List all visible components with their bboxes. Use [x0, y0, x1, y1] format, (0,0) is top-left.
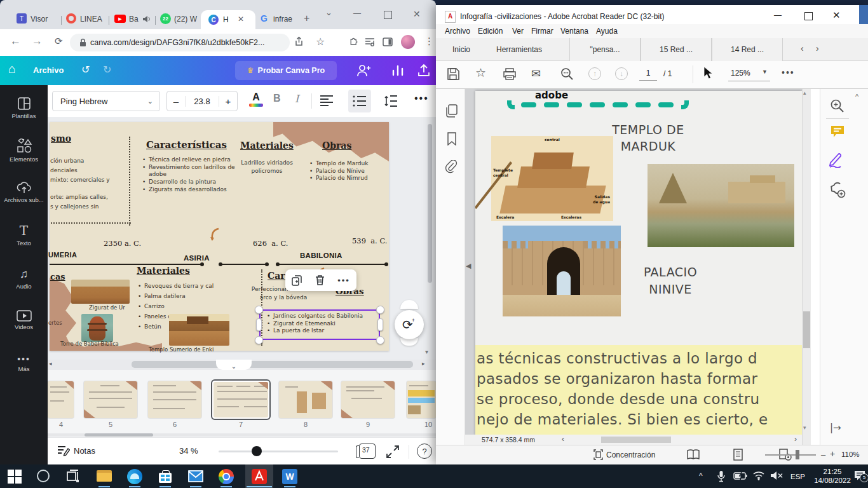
bookmark-star-icon[interactable]: ☆	[316, 36, 325, 48]
new-tab-button[interactable]: +	[304, 13, 309, 24]
menu-ayuda[interactable]: Ayuda	[596, 27, 618, 36]
word-button[interactable]: W	[282, 469, 297, 484]
scroll-down-icon[interactable]: ▾	[425, 348, 428, 355]
pro-button[interactable]: ♛ Probar Canva Pro	[235, 61, 337, 80]
clock[interactable]: 21:25 14/08/2022	[813, 467, 851, 485]
page-number[interactable]: 6	[163, 421, 186, 428]
scroll-right-icon[interactable]: ▸	[422, 360, 425, 367]
menu-archivo[interactable]: Archivo	[445, 27, 470, 36]
volume-muted-icon[interactable]	[770, 471, 784, 480]
horizontal-scroll-thumb[interactable]	[132, 361, 413, 368]
zoom-search-icon[interactable]	[560, 67, 574, 81]
redo-icon[interactable]: ↻	[103, 64, 111, 76]
attachments-icon[interactable]	[445, 160, 459, 175]
lock-icon[interactable]	[79, 38, 86, 47]
chrome-close-button[interactable]: ✕	[413, 9, 421, 19]
edge-button[interactable]	[127, 469, 142, 484]
print-icon[interactable]	[503, 68, 516, 80]
page-number[interactable]: 8	[294, 421, 317, 428]
microphone-icon[interactable]	[717, 470, 726, 482]
upload-icon[interactable]	[417, 63, 431, 78]
sidebar-item-elementos[interactable]: Elementos	[0, 139, 48, 163]
url-text[interactable]: canva.com/design/DAFG3ni7fK8/u2dbkfe50kF…	[90, 38, 285, 47]
zoom-out-icon[interactable]: –	[821, 450, 825, 459]
page-up-icon[interactable]: ↑	[588, 67, 601, 80]
tab-audio-icon[interactable]	[142, 15, 151, 23]
tray-expand-icon[interactable]: ^	[699, 471, 703, 480]
sidebar-item-plantillas[interactable]: Plantillas	[0, 97, 48, 119]
align-icon[interactable]	[320, 95, 334, 107]
bullet-list-icon[interactable]	[353, 95, 367, 107]
two-page-view-icon[interactable]	[686, 449, 700, 460]
selection-handle-sw[interactable]	[255, 336, 263, 344]
home-icon[interactable]: ⌂	[8, 62, 16, 76]
email-icon[interactable]: ✉	[531, 67, 541, 81]
duplicate-icon[interactable]	[292, 275, 302, 286]
tab-document-2[interactable]: 15 Red ...	[641, 38, 712, 61]
selection-handle-e[interactable]	[377, 318, 383, 331]
selection-handle-se[interactable]	[376, 336, 384, 344]
tab-google[interactable]: infrae	[273, 15, 297, 24]
fullscreen-icon[interactable]	[386, 445, 400, 459]
page-down-icon[interactable]: ↓	[615, 67, 628, 80]
page-thumb-10[interactable]	[407, 381, 436, 418]
pdf-hscroll-thumb[interactable]	[601, 437, 671, 443]
zoom-level-control[interactable]: 125% ▼	[728, 65, 770, 81]
cortana-button[interactable]	[37, 470, 50, 482]
page-thumb-8[interactable]	[279, 381, 332, 418]
menu-ver[interactable]: Ver	[512, 27, 524, 36]
chrome-menu-kebab-icon[interactable]: ⋮	[424, 36, 434, 47]
help-button[interactable]: ?	[417, 444, 432, 459]
page-thumb-5[interactable]	[84, 381, 137, 418]
notes-label[interactable]: Notas	[74, 446, 95, 456]
toolbar-more-icon[interactable]: •••	[782, 67, 795, 78]
reload-icon[interactable]: ⟳	[55, 36, 63, 47]
hscroll-right-icon[interactable]: ›	[794, 435, 797, 444]
sidebar-item-mas[interactable]: ••• Más	[0, 355, 48, 372]
thumbs-scroll-thumb[interactable]	[85, 433, 153, 437]
canvas-vertical-scrollbar[interactable]	[428, 124, 432, 283]
hscroll-left-icon[interactable]: ‹	[562, 435, 564, 444]
more-options-icon[interactable]: •••	[414, 93, 429, 104]
export-pane-icon[interactable]: |→	[830, 422, 841, 433]
menu-edicion[interactable]: Edición	[478, 27, 503, 36]
page-thumbnails-icon[interactable]	[445, 104, 458, 118]
task-view-button[interactable]	[66, 470, 80, 484]
page-number[interactable]: 9	[356, 421, 379, 428]
pdf-vertical-scrollbar[interactable]	[802, 89, 811, 445]
scroll-left-icon[interactable]: ◂	[49, 360, 52, 367]
sidebar-item-audio[interactable]: ♫ Audio	[0, 267, 48, 290]
media-controls-icon[interactable]	[365, 37, 375, 47]
extensions-icon[interactable]	[349, 37, 359, 47]
scroll-up-icon[interactable]: ▴	[803, 90, 806, 96]
zoom-slider-knob[interactable]	[252, 446, 262, 456]
window-chevron-icon[interactable]: ⌄	[325, 8, 332, 17]
tab-scroll-right-icon[interactable]: ›	[816, 43, 819, 53]
page-number-input[interactable]: 1	[639, 66, 657, 81]
profile-avatar[interactable]	[401, 35, 415, 49]
more-tools-icon[interactable]	[829, 182, 846, 198]
menu-ventana[interactable]: Ventana	[560, 27, 588, 36]
stats-icon[interactable]	[391, 64, 404, 77]
menu-archivo[interactable]: Archivo	[33, 65, 64, 75]
acrobat-taskbar-button-active[interactable]	[245, 464, 273, 488]
forward-icon[interactable]: →	[32, 35, 43, 48]
collapse-toolbar-icon[interactable]: ^	[855, 93, 858, 100]
language-indicator[interactable]: ESP	[790, 473, 805, 480]
font-size-value[interactable]: 23.8	[186, 97, 219, 106]
acrobat-minimize-button[interactable]: —	[774, 11, 782, 20]
acrobat-close-button[interactable]: ✕	[832, 10, 841, 21]
panel-collapse-icon[interactable]: ◀	[466, 262, 471, 270]
tab-close-icon[interactable]: ✕	[238, 15, 244, 24]
select-cursor-icon[interactable]	[703, 66, 713, 80]
tab-youtube[interactable]: Ba	[129, 15, 142, 24]
tab-document-3[interactable]: 14 Red ...	[712, 38, 783, 61]
rotate-button[interactable]: ⟳ +	[395, 310, 424, 339]
back-icon[interactable]: ←	[10, 35, 21, 48]
page-number[interactable]: 7	[229, 421, 252, 428]
zoom-slider-thumb[interactable]	[796, 450, 799, 459]
bold-button[interactable]: B	[273, 93, 281, 104]
pdf-page[interactable]: adobe TEMPLO DEMARDUK central Templete c…	[475, 91, 802, 435]
share-people-icon[interactable]	[356, 64, 372, 78]
focus-mode-icon[interactable]	[593, 449, 603, 460]
